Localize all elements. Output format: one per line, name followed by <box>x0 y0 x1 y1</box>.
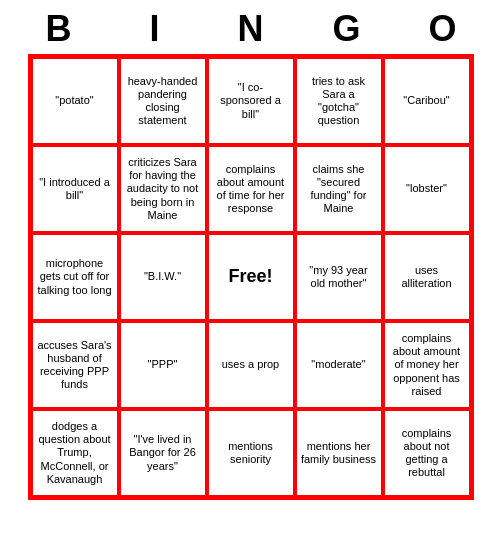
cell-r3-c3: "moderate" <box>295 321 383 409</box>
letter-n: N <box>207 8 295 50</box>
cell-r0-c4: "Caribou" <box>383 57 471 145</box>
bingo-grid: "potato"heavy-handed pandering closing s… <box>28 54 474 500</box>
cell-r2-c0: microphone gets cut off for talking too … <box>31 233 119 321</box>
cell-r2-c1: "B.I.W." <box>119 233 207 321</box>
letter-o: O <box>399 8 487 50</box>
cell-r3-c1: "PPP" <box>119 321 207 409</box>
cell-r0-c1: heavy-handed pandering closing statement <box>119 57 207 145</box>
cell-r1-c1: criticizes Sara for having the audacity … <box>119 145 207 233</box>
cell-r1-c0: "I introduced a bill" <box>31 145 119 233</box>
cell-r0-c3: tries to ask Sara a "gotcha" question <box>295 57 383 145</box>
cell-r4-c2: mentions seniority <box>207 409 295 497</box>
letter-i: I <box>111 8 199 50</box>
cell-r2-c4: uses alliteration <box>383 233 471 321</box>
cell-r4-c0: dodges a question about Trump, McConnell… <box>31 409 119 497</box>
cell-r2-c2: Free! <box>207 233 295 321</box>
cell-r3-c2: uses a prop <box>207 321 295 409</box>
cell-r0-c0: "potato" <box>31 57 119 145</box>
cell-r0-c2: "I co-sponsored a bill" <box>207 57 295 145</box>
cell-r2-c3: "my 93 year old mother" <box>295 233 383 321</box>
cell-r1-c4: "lobster" <box>383 145 471 233</box>
cell-r3-c4: complains about amount of money her oppo… <box>383 321 471 409</box>
bingo-header: B I N G O <box>11 0 491 54</box>
cell-r3-c0: accuses Sara's husband of receiving PPP … <box>31 321 119 409</box>
cell-r1-c2: complains about amount of time for her r… <box>207 145 295 233</box>
cell-r4-c4: complains about not getting a rebuttal <box>383 409 471 497</box>
cell-r4-c3: mentions her family business <box>295 409 383 497</box>
cell-r1-c3: claims she "secured funding" for Maine <box>295 145 383 233</box>
letter-g: G <box>303 8 391 50</box>
cell-r4-c1: "I've lived in Bangor for 26 years" <box>119 409 207 497</box>
letter-b: B <box>15 8 103 50</box>
